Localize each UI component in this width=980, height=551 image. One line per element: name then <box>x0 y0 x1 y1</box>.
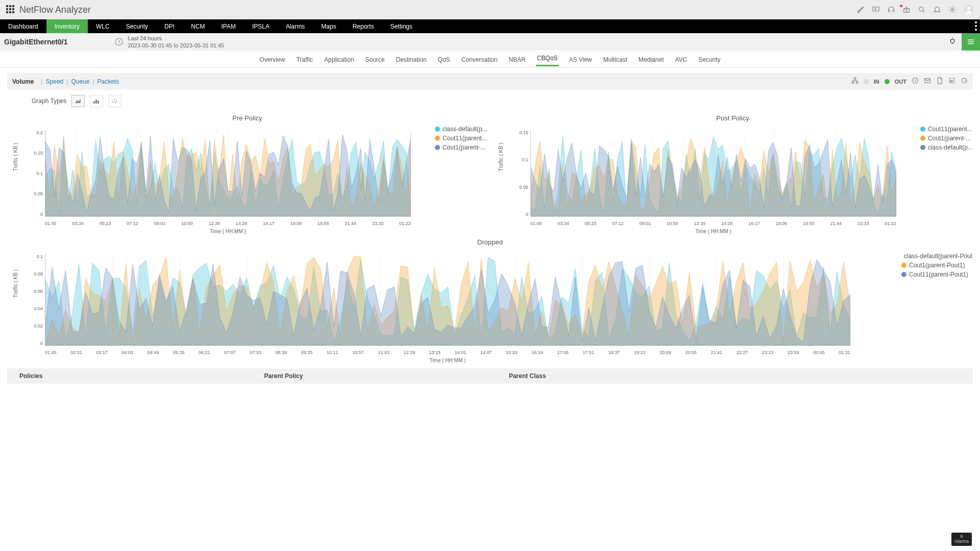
legend-item[interactable]: class-default(p... <box>920 144 973 151</box>
scatter-chart-button[interactable] <box>108 95 121 107</box>
tab-source[interactable]: Source <box>364 53 386 66</box>
tab-destination[interactable]: Destination <box>395 53 428 66</box>
tab-application[interactable]: Application <box>323 53 355 66</box>
bell-icon[interactable] <box>933 6 941 14</box>
search-icon[interactable] <box>918 6 926 14</box>
nav-inventory[interactable]: Inventory <box>46 19 88 33</box>
svg-point-12 <box>951 9 953 11</box>
time-label: Last 24 hours <box>128 35 224 42</box>
legend-item[interactable]: Cout1(parent-... <box>920 135 973 142</box>
tree-icon[interactable] <box>851 77 859 86</box>
tab-avc[interactable]: AVC <box>674 53 688 66</box>
avatar-icon[interactable] <box>964 5 974 15</box>
nav-settings[interactable]: Settings <box>382 19 421 33</box>
mail-icon[interactable] <box>924 77 931 86</box>
nav-ipsla[interactable]: IPSLA <box>244 19 278 33</box>
gift-icon[interactable] <box>902 6 911 14</box>
menu-button[interactable] <box>962 33 980 51</box>
nav-dashboard[interactable]: Dashboard <box>0 19 46 33</box>
tab-nbar[interactable]: NBAR <box>508 53 527 66</box>
svg-rect-29 <box>97 101 99 104</box>
svg-point-31 <box>114 99 115 101</box>
graph-types-label: Graph Types <box>32 97 66 105</box>
time-range: 2023-05-30 01:45 to 2023-05-31 01:45 <box>128 42 224 49</box>
tab-conversation[interactable]: Conversation <box>460 53 499 66</box>
svg-point-14 <box>967 7 971 10</box>
in-label[interactable]: IN <box>874 79 879 85</box>
legend-item[interactable]: Cout11(parent... <box>435 135 487 142</box>
legend-item[interactable]: Cout11(parent-Pout1) <box>901 271 973 278</box>
filter-queue[interactable]: Queue <box>71 78 89 85</box>
svg-rect-3 <box>6 8 8 10</box>
tab-traffic[interactable]: Traffic <box>295 53 314 66</box>
svg-rect-6 <box>6 11 8 13</box>
tab-security[interactable]: Security <box>697 53 721 66</box>
filter-packets[interactable]: Packets <box>97 78 119 85</box>
chart-title: Dropped <box>7 238 973 246</box>
nav-ncm[interactable]: NCM <box>183 19 213 33</box>
tab-as-view[interactable]: AS View <box>568 53 593 66</box>
pdf-icon[interactable] <box>936 77 943 86</box>
nav-security[interactable]: Security <box>118 19 156 33</box>
nav-maps[interactable]: Maps <box>313 19 344 33</box>
headset-icon[interactable] <box>887 6 895 14</box>
tab-cbqos[interactable]: CBQoS <box>536 52 559 66</box>
nav-wlc[interactable]: WLC <box>88 19 118 33</box>
in-dot <box>864 79 869 84</box>
nav-alarms[interactable]: Alarms <box>278 19 313 33</box>
main-nav: DashboardInventoryWLCSecurityDPINCMIPAMI… <box>0 19 980 33</box>
out-label[interactable]: OUT <box>895 79 906 85</box>
svg-rect-22 <box>856 82 858 83</box>
svg-rect-4 <box>9 8 11 10</box>
schedule-icon[interactable] <box>912 77 919 86</box>
gear-icon[interactable] <box>948 6 957 14</box>
tab-medianet[interactable]: Medianet <box>638 53 665 66</box>
tab-multicast[interactable]: Multicast <box>602 53 628 66</box>
detail-tabs: OverviewTrafficApplicationSourceDestinat… <box>0 51 980 68</box>
nav-dpi[interactable]: DPI <box>156 19 183 33</box>
legend-item[interactable]: Cout1(parent-... <box>435 144 487 151</box>
svg-point-30 <box>112 102 113 103</box>
svg-rect-27 <box>93 101 95 104</box>
topbar: NetFlow Analyzer <box>0 0 980 19</box>
nav-ipam[interactable]: IPAM <box>213 19 243 33</box>
clock-icon <box>114 37 124 46</box>
filter-speed[interactable]: Speed <box>46 78 64 85</box>
svg-text:csv: csv <box>950 80 953 82</box>
time-range-selector[interactable]: Last 24 hours 2023-05-30 01:45 to 2023-0… <box>114 35 224 49</box>
col-parent-policy[interactable]: Parent Policy <box>264 372 508 380</box>
svg-point-17 <box>975 29 977 31</box>
csv-icon[interactable]: csv <box>948 77 955 86</box>
refresh-icon[interactable] <box>961 77 968 86</box>
svg-rect-2 <box>12 5 14 7</box>
chart-dropped: Dropped class-default(parent-Pout1)Cout1… <box>0 238 980 361</box>
out-dot <box>885 79 890 84</box>
lightbulb-icon <box>948 37 957 46</box>
svg-point-16 <box>975 25 977 27</box>
nav-reports[interactable]: Reports <box>345 19 382 33</box>
legend-item[interactable]: Cout1(parent-Pout1) <box>901 262 973 269</box>
graph-types: Graph Types <box>32 95 980 107</box>
monitor-icon[interactable] <box>872 6 880 14</box>
tab-overview[interactable]: Overview <box>258 53 286 66</box>
chart-pre-policy: Pre Policy class-default(p...Cout11(pare… <box>7 111 487 232</box>
legend-item[interactable]: class-default(parent-Pout1) <box>901 253 973 260</box>
rocket-icon[interactable] <box>856 6 865 14</box>
interface-name: GigabitEthernet0/1 <box>4 38 74 46</box>
alerts-button[interactable] <box>943 33 962 51</box>
col-parent-class[interactable]: Parent Class <box>509 372 753 380</box>
svg-rect-21 <box>852 82 854 83</box>
chart-title: Pre Policy <box>7 114 487 122</box>
nav-menu-icon[interactable] <box>975 21 977 32</box>
area-chart-button[interactable] <box>71 95 85 107</box>
col-policies[interactable]: Policies <box>19 372 264 380</box>
chart-title: Post Policy <box>493 114 973 122</box>
filter-active[interactable]: Volume <box>12 78 34 85</box>
tab-qos[interactable]: QoS <box>437 53 451 66</box>
chart-post-policy: Post Policy Cout11(parent...Cout1(parent… <box>493 111 973 232</box>
svg-point-15 <box>975 21 977 23</box>
app-grid-icon[interactable] <box>6 5 14 15</box>
legend-item[interactable]: Cout11(parent... <box>920 126 973 133</box>
bar-chart-button[interactable] <box>90 95 103 107</box>
legend-item[interactable]: class-default(p... <box>435 126 487 133</box>
